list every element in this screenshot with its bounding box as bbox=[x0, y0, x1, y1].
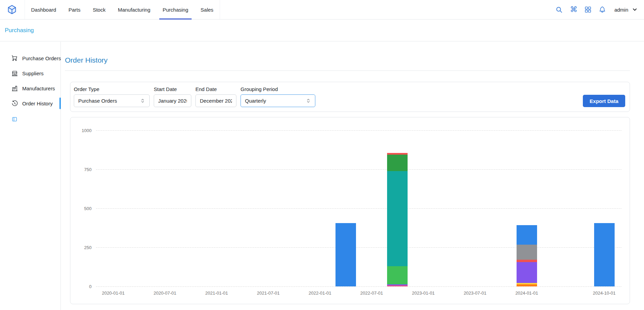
y-axis-label: 500 bbox=[84, 206, 92, 211]
sidebar-item-label: Order History bbox=[22, 101, 53, 106]
select-chevrons-icon bbox=[140, 98, 145, 103]
main-panel: Order History Order Type Purchase Orders bbox=[61, 42, 644, 310]
y-axis-label: 750 bbox=[84, 167, 92, 172]
tab-sales[interactable]: Sales bbox=[194, 0, 220, 19]
x-axis-label: 2023-07-01 bbox=[464, 290, 487, 296]
content-area: Purchase Orders Suppliers bbox=[0, 42, 644, 310]
bar-segment[interactable] bbox=[335, 223, 356, 286]
main-nav-tabs: Dashboard Parts Stock Manufacturing Purc… bbox=[25, 0, 220, 19]
gridline bbox=[96, 208, 621, 209]
sidebar-item-suppliers[interactable]: Suppliers bbox=[0, 66, 60, 81]
shopping-cart-icon bbox=[11, 55, 18, 62]
bar-segment[interactable] bbox=[387, 285, 408, 286]
chevron-down-icon bbox=[632, 7, 638, 13]
building-factory-icon bbox=[11, 85, 18, 92]
filter-panel: Order Type Purchase Orders Start Date bbox=[70, 82, 630, 112]
start-date-label: Start Date bbox=[154, 86, 191, 92]
grouping-period-label: Grouping Period bbox=[241, 86, 315, 92]
tab-purchasing[interactable]: Purchasing bbox=[156, 0, 194, 19]
bar-segment[interactable] bbox=[517, 283, 537, 284]
sidebar-item-order-history[interactable]: Order History bbox=[0, 96, 60, 111]
bar-segment[interactable] bbox=[387, 155, 408, 171]
x-axis-label: 2023-01-01 bbox=[412, 290, 435, 296]
order-type-label: Order Type bbox=[74, 86, 150, 92]
export-data-button[interactable]: Export Data bbox=[583, 95, 625, 107]
history-icon bbox=[11, 100, 18, 107]
top-navbar: Dashboard Parts Stock Manufacturing Purc… bbox=[0, 0, 644, 20]
bar-segment[interactable] bbox=[594, 223, 615, 286]
end-date-field: End Date bbox=[195, 86, 236, 107]
order-type-select[interactable]: Purchase Orders bbox=[74, 94, 150, 107]
bar-segment[interactable] bbox=[517, 225, 537, 245]
breadcrumb-purchasing[interactable]: Purchasing bbox=[5, 27, 34, 34]
bar-segment[interactable] bbox=[517, 245, 537, 260]
grouping-period-value: Quarterly bbox=[245, 98, 266, 104]
tab-manufacturing[interactable]: Manufacturing bbox=[112, 0, 156, 19]
gridline bbox=[96, 286, 621, 287]
select-chevrons-icon bbox=[306, 98, 311, 103]
sidebar-item-label: Manufacturers bbox=[22, 86, 55, 91]
bar-segment[interactable] bbox=[387, 266, 408, 284]
x-axis-label: 2021-07-01 bbox=[257, 290, 280, 296]
bar-segment[interactable] bbox=[517, 284, 537, 286]
bar-segment[interactable] bbox=[387, 171, 408, 266]
x-axis-label: 2022-01-01 bbox=[309, 290, 331, 296]
user-name: admin bbox=[614, 7, 628, 13]
bar-segment[interactable] bbox=[517, 260, 537, 262]
start-date-field: Start Date bbox=[154, 86, 191, 107]
x-axis-label: 2024-10-01 bbox=[593, 290, 616, 296]
grouping-period-field: Grouping Period Quarterly bbox=[241, 86, 315, 107]
sidebar-item-manufacturers[interactable]: Manufacturers bbox=[0, 81, 60, 96]
app-logo-icon[interactable] bbox=[7, 4, 17, 15]
bar-segment[interactable] bbox=[387, 284, 408, 286]
tab-parts[interactable]: Parts bbox=[62, 0, 86, 19]
y-axis-label: 1000 bbox=[82, 128, 92, 133]
user-menu[interactable]: admin bbox=[614, 7, 638, 13]
x-axis-label: 2020-07-01 bbox=[153, 290, 176, 296]
panel-toggle-icon[interactable] bbox=[12, 116, 17, 122]
start-date-input[interactable] bbox=[154, 94, 191, 107]
gridline bbox=[96, 247, 621, 248]
end-date-label: End Date bbox=[195, 86, 236, 92]
scan-icon[interactable] bbox=[584, 6, 592, 13]
breadcrumb-bar: Purchasing bbox=[0, 20, 644, 41]
chart-panel: 025050075010002020-01-012020-07-012021-0… bbox=[70, 117, 630, 304]
bell-icon[interactable] bbox=[599, 6, 606, 13]
end-date-input[interactable] bbox=[195, 94, 236, 107]
bar-segment[interactable] bbox=[387, 153, 408, 155]
x-axis-label: 2021-01-01 bbox=[205, 290, 228, 296]
x-axis-label: 2020-01-01 bbox=[102, 290, 125, 296]
gridline bbox=[96, 130, 621, 131]
navbar-actions: ⌘ admin bbox=[555, 6, 638, 14]
y-axis-label: 250 bbox=[84, 245, 92, 250]
x-axis-label: 2022-07-01 bbox=[360, 290, 383, 296]
page-title: Order History bbox=[65, 56, 108, 64]
bar-segment[interactable] bbox=[517, 262, 537, 283]
x-axis-label: 2024-01-01 bbox=[515, 290, 538, 296]
title-divider bbox=[65, 70, 630, 71]
tab-dashboard[interactable]: Dashboard bbox=[25, 0, 62, 19]
search-icon[interactable] bbox=[555, 6, 563, 14]
gridline bbox=[96, 169, 621, 170]
sidebar-item-label: Suppliers bbox=[22, 70, 44, 76]
building-store-icon bbox=[11, 70, 18, 77]
sidebar-item-purchase-orders[interactable]: Purchase Orders bbox=[0, 51, 60, 66]
grouping-period-select[interactable]: Quarterly bbox=[241, 94, 315, 107]
order-type-field: Order Type Purchase Orders bbox=[74, 86, 150, 107]
sidebar: Purchase Orders Suppliers bbox=[0, 42, 61, 310]
tab-stock[interactable]: Stock bbox=[86, 0, 112, 19]
order-type-value: Purchase Orders bbox=[78, 98, 117, 104]
y-axis-label: 0 bbox=[89, 284, 92, 289]
chart-plot: 025050075010002020-01-012020-07-012021-0… bbox=[96, 130, 621, 286]
command-icon[interactable]: ⌘ bbox=[570, 6, 577, 13]
app-window: Dashboard Parts Stock Manufacturing Purc… bbox=[0, 0, 644, 310]
sidebar-item-label: Purchase Orders bbox=[22, 55, 61, 61]
